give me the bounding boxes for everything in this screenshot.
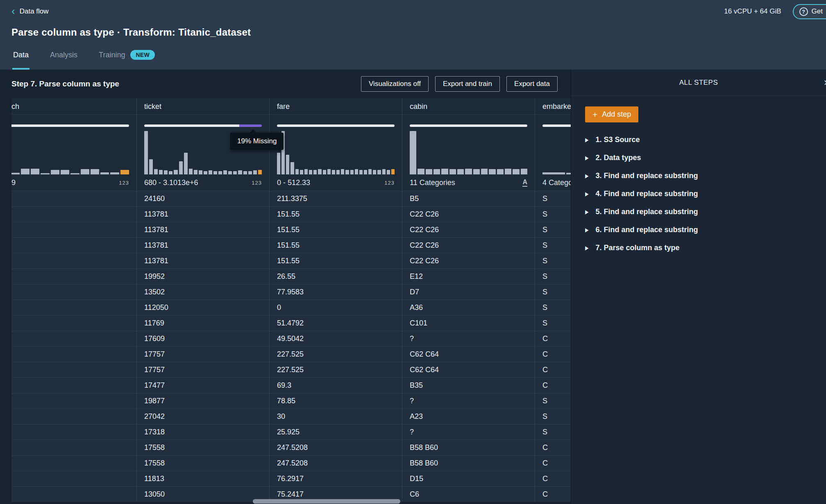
table-cell[interactable]: D15 <box>402 471 535 486</box>
table-cell[interactable]: S <box>535 300 571 315</box>
table-cell[interactable]: C <box>535 362 571 377</box>
table-cell[interactable]: A23 <box>402 409 535 424</box>
table-cell[interactable]: ? <box>402 331 535 346</box>
table-cell[interactable]: D7 <box>402 284 535 300</box>
table-cell[interactable]: 2 <box>11 222 136 237</box>
table-cell[interactable]: 151.55 <box>270 237 402 253</box>
table-cell[interactable]: 17757 <box>137 346 269 362</box>
table-cell[interactable]: C <box>535 377 571 393</box>
table-cell[interactable]: 0 <box>11 284 136 300</box>
table-cell[interactable]: C <box>535 331 571 346</box>
table-cell[interactable]: 11813 <box>137 471 269 486</box>
table-cell[interactable]: 113781 <box>137 253 269 269</box>
step-item-6[interactable]: ▶6. Find and replace substring <box>585 221 826 239</box>
table-cell[interactable]: 112050 <box>137 300 269 315</box>
table-cell[interactable]: 0 <box>11 471 136 486</box>
table-cell[interactable]: 0 <box>11 393 136 409</box>
table-cell[interactable]: C62 C64 <box>402 362 535 377</box>
table-cell[interactable]: 2 <box>11 253 136 269</box>
add-step-button[interactable]: + Add step <box>585 106 638 122</box>
step-item-1[interactable]: ▶1. S3 Source <box>585 131 826 149</box>
table-cell[interactable]: 0 <box>11 362 136 377</box>
column-header-embarked[interactable]: embarked <box>535 98 571 115</box>
expand-chevron-icon[interactable]: ▶ <box>585 154 588 161</box>
column-histogram-cabin[interactable]: 11 CategoriesA <box>402 115 535 191</box>
column-histogram-fare[interactable]: 0 - 512.33123 <box>270 115 402 191</box>
table-cell[interactable]: 151.55 <box>270 222 402 237</box>
table-cell[interactable]: 51.4792 <box>270 315 402 331</box>
table-cell[interactable]: S <box>535 253 571 269</box>
table-cell[interactable]: C22 C26 <box>402 253 535 269</box>
expand-chevron-icon[interactable]: ▶ <box>585 226 588 233</box>
table-cell[interactable]: 19877 <box>137 393 269 409</box>
table-cell[interactable]: 0 <box>11 191 136 206</box>
tab-training[interactable]: TrainingNEW <box>98 42 156 70</box>
column-histogram-parch[interactable]: 0 - 9123 <box>11 115 136 191</box>
table-cell[interactable]: ? <box>402 424 535 440</box>
table-cell[interactable]: 17757 <box>137 362 269 377</box>
expand-chevron-icon[interactable]: ▶ <box>585 172 588 179</box>
table-cell[interactable]: C <box>535 471 571 486</box>
table-cell[interactable]: S <box>535 222 571 237</box>
table-cell[interactable]: C62 C64 <box>402 346 535 362</box>
export-and-train-button[interactable]: Export and train <box>435 76 500 92</box>
table-cell[interactable]: C22 C26 <box>402 222 535 237</box>
table-cell[interactable]: 76.2917 <box>270 471 402 486</box>
table-cell[interactable]: B35 <box>402 377 535 393</box>
table-cell[interactable]: C <box>535 455 571 471</box>
table-cell[interactable]: S <box>535 284 571 300</box>
scrollbar-thumb[interactable] <box>253 499 400 504</box>
step-item-7[interactable]: ▶7. Parse column as type <box>585 239 826 257</box>
table-cell[interactable]: 1 <box>11 455 136 471</box>
column-header-parch[interactable]: parch <box>11 98 136 115</box>
table-cell[interactable]: 17558 <box>137 440 269 455</box>
get-help-button[interactable]: ? Get <box>793 4 826 19</box>
table-cell[interactable]: 13502 <box>137 284 269 300</box>
table-cell[interactable]: 247.5208 <box>270 455 402 471</box>
table-cell[interactable]: 49.5042 <box>270 331 402 346</box>
table-cell[interactable]: S <box>535 237 571 253</box>
table-cell[interactable]: 0 <box>11 269 136 284</box>
table-cell[interactable]: 247.5208 <box>270 440 402 455</box>
table-cell[interactable]: 30 <box>270 409 402 424</box>
step-item-2[interactable]: ▶2. Data types <box>585 149 826 167</box>
column-histogram-embarked[interactable]: 4 CategoriesA <box>535 115 571 191</box>
column-header-fare[interactable]: fare <box>270 98 402 115</box>
table-cell[interactable]: E12 <box>402 269 535 284</box>
table-cell[interactable]: 25.925 <box>270 424 402 440</box>
table-cell[interactable]: 77.9583 <box>270 284 402 300</box>
table-cell[interactable]: 0 <box>11 424 136 440</box>
table-cell[interactable]: 151.55 <box>270 253 402 269</box>
step-item-5[interactable]: ▶5. Find and replace substring <box>585 203 826 221</box>
step-item-4[interactable]: ▶4. Find and replace substring <box>585 185 826 203</box>
table-cell[interactable]: 0 <box>11 346 136 362</box>
table-cell[interactable]: 17477 <box>137 377 269 393</box>
expand-chevron-icon[interactable]: ▶ <box>585 190 588 197</box>
table-cell[interactable]: 69.3 <box>270 377 402 393</box>
visualizations-off-button[interactable]: Visualizations off <box>361 76 429 92</box>
table-cell[interactable]: C22 C26 <box>402 206 535 222</box>
horizontal-scrollbar[interactable] <box>11 499 571 504</box>
table-cell[interactable]: 0 <box>11 315 136 331</box>
table-cell[interactable]: 113781 <box>137 222 269 237</box>
table-cell[interactable]: S <box>535 393 571 409</box>
table-cell[interactable]: 17318 <box>137 424 269 440</box>
table-cell[interactable]: 11769 <box>137 315 269 331</box>
table-cell[interactable]: S <box>535 206 571 222</box>
table-cell[interactable]: 211.3375 <box>270 191 402 206</box>
table-cell[interactable]: S <box>535 409 571 424</box>
table-cell[interactable]: B58 B60 <box>402 440 535 455</box>
table-cell[interactable]: C <box>535 440 571 455</box>
column-header-ticket[interactable]: ticket <box>137 98 269 115</box>
table-cell[interactable]: S <box>535 269 571 284</box>
table-cell[interactable]: 27042 <box>137 409 269 424</box>
table-cell[interactable]: 0 <box>11 331 136 346</box>
table-cell[interactable]: B58 B60 <box>402 455 535 471</box>
table-cell[interactable]: 151.55 <box>270 206 402 222</box>
table-cell[interactable]: B5 <box>402 191 535 206</box>
table-cell[interactable]: 78.85 <box>270 393 402 409</box>
table-cell[interactable]: 26.55 <box>270 269 402 284</box>
table-cell[interactable]: 0 <box>11 300 136 315</box>
table-cell[interactable]: S <box>535 191 571 206</box>
expand-chevron-icon[interactable]: ▶ <box>585 208 588 215</box>
